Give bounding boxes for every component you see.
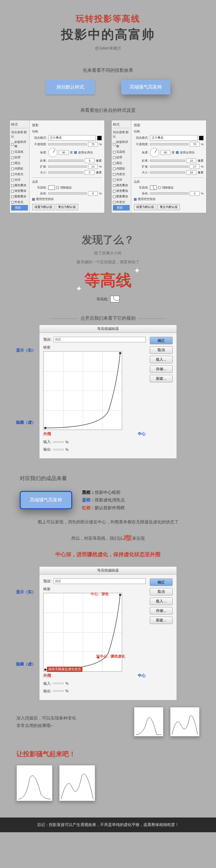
contour-swatch[interactable]: [48, 185, 55, 190]
angle-input[interactable]: 90: [161, 150, 170, 155]
input-field[interactable]: [54, 683, 63, 684]
size-slider[interactable]: [48, 172, 83, 174]
side-item[interactable]: 渐变叠加: [11, 188, 28, 194]
new-button[interactable]: 新建...: [150, 375, 173, 382]
noise-input[interactable]: 0: [88, 191, 98, 196]
reset-default-button[interactable]: 复位为默认值: [56, 204, 78, 210]
set-default-button[interactable]: 设置为默认值: [32, 204, 54, 210]
side-item[interactable]: 混合选项:默认: [113, 129, 130, 140]
side-item[interactable]: 描边: [11, 160, 28, 166]
side-item[interactable]: 颜色叠加: [113, 183, 130, 188]
blend-select[interactable]: 正片叠底: [150, 135, 198, 141]
ok-button[interactable]: 确定: [150, 337, 173, 344]
input-field[interactable]: [54, 441, 63, 443]
load-button[interactable]: 载入...: [150, 356, 173, 363]
ok-button[interactable]: 确定: [150, 579, 173, 586]
distance-input[interactable]: 10: [186, 158, 196, 163]
antialias-check[interactable]: [158, 186, 161, 189]
opacity-slider[interactable]: [150, 143, 188, 145]
contour-graph[interactable]: 中心、深色 近中心、骤然虚化 保持无限接近虚化状态: [43, 593, 122, 672]
side-item[interactable]: 等高线: [11, 149, 28, 155]
spread-input[interactable]: 14: [88, 164, 98, 169]
side-item[interactable]: 内阴影: [113, 166, 130, 172]
side-item[interactable]: 图案叠加: [113, 194, 130, 199]
size-input[interactable]: 29: [186, 170, 196, 175]
preset-select[interactable]: 自定: [54, 579, 146, 584]
color-swatch[interactable]: [97, 136, 102, 141]
antialias-check[interactable]: [56, 186, 59, 189]
color-swatch[interactable]: [199, 136, 204, 141]
preset-select[interactable]: 自定: [54, 337, 146, 342]
cancel-button[interactable]: 取消: [150, 346, 173, 354]
distance-input[interactable]: 5: [85, 158, 94, 163]
fancy-result-button[interactable]: 高端骚气高富帅: [20, 491, 72, 509]
side-item[interactable]: 光泽: [113, 177, 130, 183]
opacity-slider[interactable]: [48, 143, 87, 145]
spread-input[interactable]: 17: [190, 164, 199, 169]
side-item[interactable]: 颜色叠加: [11, 183, 28, 188]
blend-select[interactable]: 正片叠底: [48, 135, 96, 141]
section-1-label: 先来看看不同的投影效果: [0, 67, 216, 73]
output-field[interactable]: [54, 690, 63, 691]
layer-style-panel-right: 样式 混合选项:默认 斜面和浮雕 等高线 纹理 描边 内阴影 内发光 光泽 颜色…: [111, 120, 207, 213]
side-item[interactable]: 图案叠加: [11, 194, 28, 199]
set-default-button[interactable]: 设置为默认值: [134, 204, 156, 210]
side-item[interactable]: 纹理: [11, 155, 28, 160]
side-item[interactable]: 光泽: [11, 177, 28, 183]
load-button[interactable]: 载入...: [150, 597, 173, 605]
side-item[interactable]: 内发光: [11, 172, 28, 177]
side-item[interactable]: 渐变叠加: [113, 188, 130, 194]
contour-thumb-4[interactable]: [59, 765, 95, 801]
angle-dial[interactable]: [150, 148, 159, 157]
side-item[interactable]: 内发光: [113, 172, 130, 177]
ann-center: 中心: [138, 431, 146, 437]
side-item[interactable]: 斜面和浮雕: [113, 140, 130, 149]
side-item[interactable]: 外发光: [113, 199, 130, 205]
contour-demo-swatch[interactable]: [110, 296, 119, 302]
opacity-input[interactable]: 70: [190, 142, 199, 147]
final-text: 深入挖掘后，可以实现各种变化 非常实用的效果哦~: [17, 714, 127, 730]
side-item[interactable]: 纹理: [113, 155, 130, 160]
contour-swatch[interactable]: [150, 185, 157, 190]
noise-slider[interactable]: [150, 192, 188, 194]
spread-slider[interactable]: [48, 165, 87, 167]
size-input[interactable]: 0: [85, 170, 94, 175]
opacity-input[interactable]: 75: [88, 142, 98, 147]
size-slider[interactable]: [150, 172, 185, 174]
side-item[interactable]: 内阴影: [11, 166, 28, 172]
reset-default-button[interactable]: 复位为默认值: [158, 204, 180, 210]
side-item-shadow[interactable]: 投影: [113, 205, 130, 211]
contour-thumb-1[interactable]: [134, 707, 163, 737]
contour-graph[interactable]: [43, 351, 122, 430]
save-button[interactable]: 存储...: [150, 365, 173, 373]
global-light-check[interactable]: [176, 151, 179, 154]
side-item[interactable]: 斜面和浮雕: [11, 140, 28, 149]
global-light-check[interactable]: [74, 151, 77, 154]
new-button[interactable]: 新建...: [150, 617, 173, 624]
contour-thumb-3[interactable]: [17, 765, 53, 801]
knockout-check[interactable]: [134, 198, 137, 201]
spread-slider[interactable]: [150, 165, 188, 167]
distance-slider[interactable]: [150, 160, 185, 162]
angle-dial[interactable]: [48, 148, 57, 157]
noise-slider[interactable]: [48, 192, 87, 194]
struct-title: 结构: [134, 129, 204, 134]
distance-slider[interactable]: [48, 160, 83, 162]
side-item-shadow[interactable]: 投影: [11, 205, 28, 211]
editor-title: 等高线编辑器: [39, 567, 177, 575]
side-item[interactable]: 等高线: [113, 149, 130, 155]
knockout-check[interactable]: [32, 198, 35, 201]
angle-label: 角度:: [32, 151, 47, 155]
noise-input[interactable]: 0: [190, 191, 199, 196]
output-field[interactable]: [54, 449, 63, 450]
save-button[interactable]: 存储...: [150, 607, 173, 615]
rich-style-button[interactable]: 高端骚气高富帅: [121, 80, 170, 94]
cancel-button[interactable]: 取消: [150, 588, 173, 595]
side-item[interactable]: 外发光: [11, 199, 28, 205]
angle-input[interactable]: 90: [59, 150, 69, 155]
side-item[interactable]: 描边: [113, 160, 130, 166]
contour-thumb-2[interactable]: [170, 707, 199, 737]
quality-title: 品质: [32, 180, 102, 184]
side-item[interactable]: 混合选项:默认: [11, 129, 28, 140]
flat-style-button[interactable]: 屌丝默认样式: [46, 80, 95, 94]
